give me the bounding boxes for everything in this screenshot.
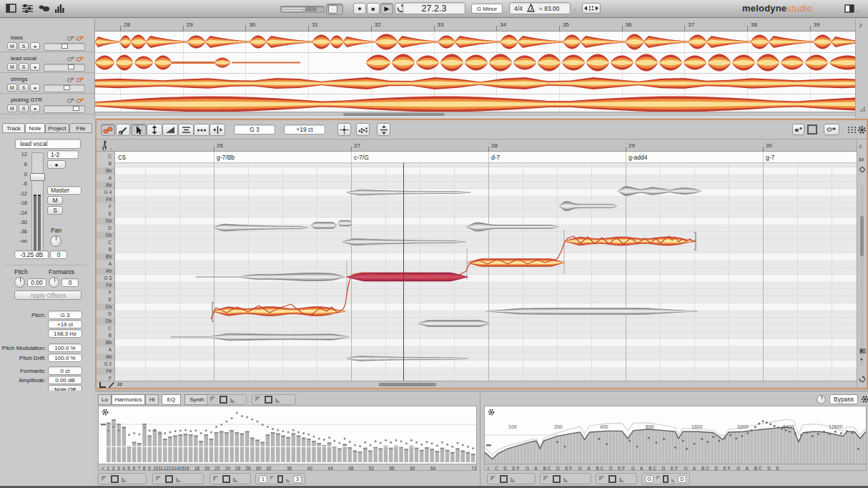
- harmonic-target-dot[interactable]: [400, 440, 403, 442]
- harmonic-bar[interactable]: [312, 441, 316, 462]
- harmonic-bar[interactable]: [276, 434, 280, 463]
- control-selected-frame[interactable]: [277, 475, 283, 483]
- harmonic-bar[interactable]: [404, 449, 408, 462]
- eq-spectrum-dot[interactable]: [806, 431, 808, 434]
- eq-spectrum-dot[interactable]: [857, 448, 859, 450]
- harmonic-bar[interactable]: [410, 446, 414, 462]
- mute-button[interactable]: M: [47, 196, 63, 205]
- harmonic-target-dot[interactable]: [318, 438, 320, 440]
- harmonic-bar[interactable]: [322, 445, 327, 462]
- grid-options-icon[interactable]: [847, 126, 857, 134]
- chord-label[interactable]: d-7: [491, 154, 500, 161]
- edit-algorithm-button[interactable]: [116, 124, 130, 136]
- slider-handle[interactable]: [305, 6, 317, 11]
- spectrum-icon[interactable]: [54, 4, 65, 13]
- track-volume-handle[interactable]: [73, 106, 79, 111]
- harmonic-target-dot[interactable]: [415, 441, 418, 444]
- track-record-button[interactable]: ●: [30, 104, 40, 112]
- harmonic-bar[interactable]: [430, 449, 434, 462]
- control-glyph[interactable]: [270, 476, 275, 482]
- key-signature-rail-icon[interactable]: ♯♯: [859, 157, 864, 162]
- control-glyph[interactable]: [213, 476, 220, 482]
- control-selected-frame[interactable]: [663, 475, 669, 483]
- harmonic-target-dot[interactable]: [174, 430, 177, 432]
- compare-blobs-button[interactable]: [792, 124, 804, 135]
- pitch-modulation-macro-button[interactable]: [337, 123, 351, 136]
- cents-readout[interactable]: +19 ct: [284, 125, 325, 135]
- harmonic-target-dot[interactable]: [441, 441, 443, 444]
- mode-glyph[interactable]: [275, 396, 282, 403]
- eq-spectrum-dot[interactable]: [751, 429, 753, 431]
- harmonic-bar[interactable]: [373, 446, 378, 462]
- time-display[interactable]: 27.2.3: [403, 2, 465, 14]
- harmonic-bar[interactable]: [332, 446, 337, 463]
- harmonic-target-dot[interactable]: [385, 439, 387, 441]
- harmonic-bar[interactable]: [235, 432, 240, 462]
- eq-spectrum-dot[interactable]: [829, 433, 831, 435]
- harmonic-target-dot[interactable]: [446, 444, 448, 446]
- pitch-tool-button[interactable]: [147, 124, 162, 136]
- harmonic-bar[interactable]: [460, 451, 465, 463]
- eq-spectrum-dot[interactable]: [769, 423, 771, 425]
- timeline-ruler[interactable]: 282930313233343536373839: [95, 19, 868, 31]
- eq-control-group[interactable]: [487, 473, 536, 484]
- eq-amount-knob[interactable]: [817, 395, 826, 404]
- harmonic-target-dot[interactable]: [267, 426, 269, 428]
- harmonic-bar[interactable]: [291, 434, 295, 463]
- harmonic-target-dot[interactable]: [215, 426, 217, 428]
- formants-macro-value[interactable]: 0: [61, 278, 79, 287]
- eq-spectrum-dot[interactable]: [628, 440, 631, 442]
- note-quantize-icon[interactable]: ♪: [859, 21, 862, 29]
- harmonic-bar[interactable]: [389, 448, 393, 462]
- eq-spectrum-dot[interactable]: [823, 431, 825, 433]
- eq-spectrum-dot[interactable]: [794, 432, 797, 434]
- control-glyph[interactable]: [156, 476, 162, 482]
- track-mute-button[interactable]: M: [7, 42, 17, 50]
- harmonic-target-dot[interactable]: [313, 436, 315, 438]
- control-glyph[interactable]: [176, 476, 182, 482]
- harmonic-bar[interactable]: [158, 433, 162, 462]
- harmonic-target-dot[interactable]: [169, 431, 171, 434]
- formants-macro-knob[interactable]: [49, 277, 59, 288]
- control-glyph[interactable]: [543, 476, 550, 482]
- show-blobs-button[interactable]: [101, 124, 115, 136]
- harmonic-bar[interactable]: [147, 436, 152, 463]
- harmonic-target-dot[interactable]: [241, 415, 243, 417]
- harmonic-bar[interactable]: [255, 440, 260, 463]
- track-solo-button[interactable]: S: [19, 63, 29, 71]
- harmonic-bar[interactable]: [399, 446, 403, 462]
- harmonic-target-dot[interactable]: [390, 441, 392, 444]
- pan-value-box[interactable]: 0: [50, 250, 67, 259]
- harmonic-target-dot[interactable]: [133, 432, 135, 434]
- harmonic-target-dot[interactable]: [292, 429, 295, 431]
- marker-tag-icon[interactable]: [859, 167, 865, 172]
- solo-button[interactable]: S: [47, 206, 63, 215]
- eq-spectrum-dot[interactable]: [686, 448, 688, 450]
- track-record-button[interactable]: ●: [30, 42, 40, 50]
- eq-spectrum-dot[interactable]: [812, 435, 814, 437]
- control-glyph[interactable]: [599, 476, 606, 482]
- pitch-readout[interactable]: G 3: [234, 125, 275, 135]
- tab-track[interactable]: Track: [2, 123, 25, 133]
- harmonic-target-dot[interactable]: [194, 429, 197, 431]
- chord-label[interactable]: g-7: [766, 154, 774, 161]
- bypass-button[interactable]: Bypass: [829, 394, 858, 404]
- eq-spectrum-dot[interactable]: [655, 441, 657, 444]
- track-volume-slider[interactable]: [44, 84, 85, 92]
- harmonic-bar[interactable]: [209, 439, 214, 462]
- eq-spectrum-dot[interactable]: [774, 425, 776, 427]
- harmonic-bar[interactable]: [440, 448, 445, 462]
- param-value[interactable]: G 3: [48, 311, 82, 319]
- mixer-icon[interactable]: [21, 4, 34, 13]
- eq-spectrum-dot[interactable]: [694, 443, 696, 445]
- timeline-rows[interactable]: [95, 31, 868, 114]
- harmonic-bar[interactable]: [250, 438, 255, 463]
- editor-hscrollbar[interactable]: ♯♯: [97, 381, 857, 388]
- harmonic-bar[interactable]: [394, 446, 398, 462]
- eq-spectrum-dot[interactable]: [712, 436, 714, 438]
- harmonics-control-group[interactable]: [209, 473, 251, 484]
- harmonic-target-dot[interactable]: [451, 446, 453, 448]
- harmonic-target-dot[interactable]: [307, 434, 310, 436]
- harmonic-bar[interactable]: [445, 450, 450, 462]
- tab-lo[interactable]: Lo: [98, 394, 112, 405]
